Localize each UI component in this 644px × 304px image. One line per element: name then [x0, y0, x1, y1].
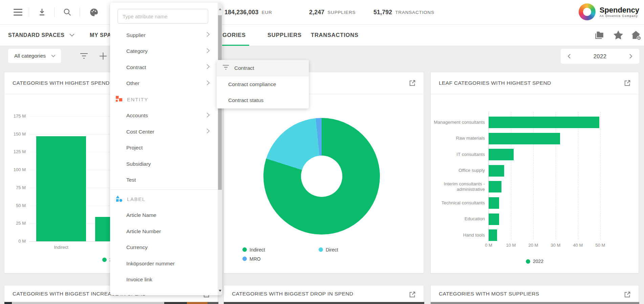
external-link-icon[interactable] [624, 291, 631, 300]
year-next-button[interactable] [628, 52, 634, 60]
favorite-star-icon[interactable] [614, 24, 623, 46]
tab-suppliers-label: SUPPLIERS [267, 32, 302, 38]
home-add-icon[interactable] [630, 24, 641, 46]
category-label: Technical consultants [433, 195, 485, 211]
palette-icon[interactable] [84, 0, 104, 24]
attribute-item-label: Other [126, 80, 139, 86]
section-header-label: LABEL [110, 191, 218, 207]
bar-it-consultants[interactable] [489, 149, 514, 160]
bar-hand-tools[interactable] [489, 229, 497, 241]
card-most-suppliers: CATEGORIES WITH MOST SUPPLIERS [430, 285, 639, 304]
legend-dot [319, 247, 323, 252]
attribute-item-supplier[interactable]: Supplier [110, 27, 218, 43]
attribute-item-article-name[interactable]: Article Name [110, 207, 218, 224]
standard-spaces-menu[interactable]: STANDARD SPACES [8, 24, 74, 46]
download-icon[interactable] [32, 0, 52, 24]
attribute-item-label: Category [126, 48, 148, 54]
attribute-item-label: Test [126, 177, 136, 183]
workspaces-folder-icon[interactable] [594, 24, 605, 46]
contract-submenu: ContractContract complianceContract stat… [217, 60, 309, 108]
suppliers-stat: 2,247 SUPPLIERS [309, 0, 356, 24]
divider [80, 7, 80, 17]
suppliers-value: 2,247 [309, 9, 324, 16]
legend-item-direct[interactable]: Direct [319, 245, 395, 254]
bar-management-consultants[interactable] [489, 117, 599, 128]
attribute-item-cost-center[interactable]: Cost Center [110, 124, 218, 140]
hamburger-menu-icon[interactable] [8, 0, 28, 24]
y-axis-tick-label: 50 M [7, 203, 26, 208]
category-select-value: All categories [14, 53, 46, 59]
label-shapes-icon [115, 195, 123, 203]
chevron-right-icon [207, 128, 210, 135]
y-axis-tick-label: 75 M [7, 185, 26, 190]
attribute-item-label: Article Name [126, 212, 156, 218]
divider [29, 7, 29, 17]
bar-education[interactable] [489, 214, 499, 225]
scroll-down-arrow-icon[interactable] [219, 290, 221, 292]
clipped-chart-fragment [12, 302, 164, 304]
external-link-icon[interactable] [409, 291, 416, 300]
attribute-item-ink-psorder-nummer[interactable]: Inköpsorder nummer [110, 256, 218, 272]
category-select[interactable]: All categories [8, 49, 61, 63]
clipped-chart-fragment [208, 302, 218, 304]
attribute-item-label: Inköpsorder nummer [126, 261, 175, 267]
panel-scrollbar[interactable] [218, 3, 222, 295]
attribute-item-label: Contract [126, 64, 146, 70]
legend-dot [242, 257, 247, 261]
horizontal-bar-chart: 0 M10 M20 M30 M40 M50 MManagement consul… [431, 72, 639, 273]
legend-label: 2022 [533, 259, 543, 264]
submenu-item-contract-compliance[interactable]: Contract compliance [217, 76, 309, 92]
brand-ring-icon [579, 3, 596, 20]
filter-icon[interactable] [80, 49, 88, 63]
attribute-search-input[interactable] [117, 9, 208, 24]
attribute-item-label: Accounts [126, 113, 148, 119]
gridline [511, 112, 511, 239]
attribute-item-invoice-link[interactable]: Invoice link [110, 272, 218, 288]
attribute-item-test[interactable]: Test [110, 172, 218, 188]
attribute-item-label: Article Number [126, 228, 161, 235]
tab-suppliers[interactable]: SUPPLIERS [267, 24, 302, 46]
transactions-value: 51,792 [373, 9, 392, 16]
total-spend-stat: 184,236,003 EUR [224, 0, 272, 24]
attribute-item-label: Invoice link [126, 277, 152, 283]
clipped-chart-fragment [164, 302, 187, 304]
filter-icon [222, 65, 230, 71]
chevron-right-icon [207, 64, 210, 70]
bar-office-supply[interactable] [489, 165, 504, 177]
card-leaf-categories-highest-spend: LEAF CATEGORIES WITH HIGHEST SPEND 0 M10… [430, 72, 639, 273]
tab-transactions[interactable]: TRANSACTIONS [311, 24, 359, 46]
year-prev-button[interactable] [566, 52, 572, 60]
chevron-right-icon [207, 80, 210, 87]
divider [110, 189, 218, 190]
attribute-item-contract[interactable]: Contract [110, 59, 218, 76]
bar-raw-materials[interactable] [489, 133, 560, 144]
tab-transactions-label: TRANSACTIONS [311, 32, 359, 38]
legend-item-indirect[interactable]: Indirect [242, 245, 319, 254]
y-axis-tick-label: 0 M [7, 239, 26, 244]
chevron-right-icon [207, 113, 210, 119]
legend-item-mro[interactable]: MRO [242, 254, 319, 263]
submenu-item-contract[interactable]: Contract [217, 60, 309, 76]
attribute-item-project[interactable]: Project [110, 140, 218, 156]
section-header-entity: ENTITY [110, 92, 218, 108]
attribute-item-accounts[interactable]: Accounts [110, 108, 218, 124]
bar-technical-consultants[interactable] [489, 197, 499, 209]
attribute-item-article-number[interactable]: Article Number [110, 223, 218, 240]
donut-legend: IndirectDirectMRO [242, 245, 402, 263]
add-widget-icon[interactable] [99, 49, 107, 63]
filter-bar: All categories 2022 [0, 46, 644, 66]
legend-item-2022[interactable]: 2022 [431, 259, 639, 264]
search-icon[interactable] [58, 0, 77, 24]
card-biggest-drop: CATEGORIES WITH BIGGEST DROP IN SPEND [223, 285, 424, 304]
chevron-down-icon [51, 55, 56, 57]
bar-Indirect[interactable] [36, 136, 86, 241]
donut-hole [301, 156, 342, 197]
y-axis-tick-label: 175 M [7, 114, 26, 119]
submenu-item-contract-status[interactable]: Contract status [217, 93, 309, 108]
attribute-item-currency[interactable]: Currency [110, 240, 218, 256]
attribute-item-subsidiary[interactable]: Subsidiary [110, 156, 218, 172]
attribute-item-category[interactable]: Category [110, 43, 218, 60]
attribute-item-other[interactable]: Other [110, 76, 218, 92]
bar-interim-consultants-administrative[interactable] [489, 181, 501, 192]
scroll-up-arrow-icon[interactable] [219, 8, 221, 10]
